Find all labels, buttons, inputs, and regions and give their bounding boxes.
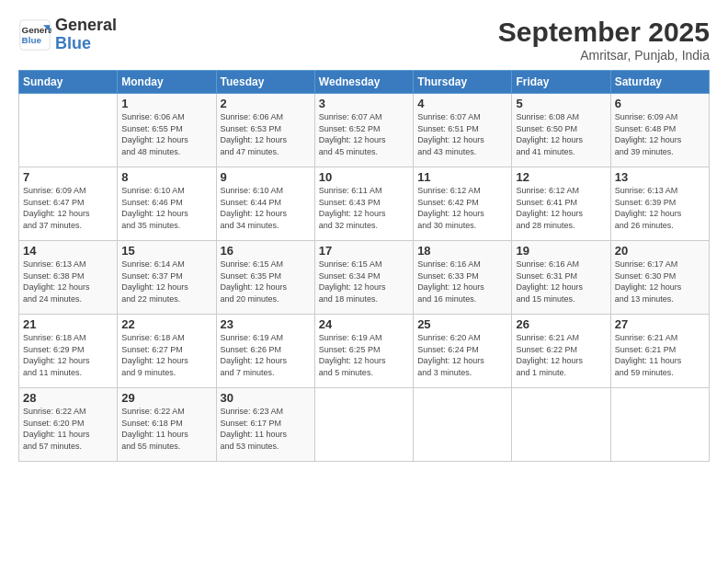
calendar-cell: 6Sunrise: 6:09 AM Sunset: 6:48 PM Daylig… xyxy=(610,94,709,167)
calendar-week-5: 28Sunrise: 6:22 AM Sunset: 6:20 PM Dayli… xyxy=(19,388,710,462)
calendar-cell xyxy=(512,388,610,462)
day-number: 17 xyxy=(319,244,409,258)
day-number: 23 xyxy=(221,317,311,331)
day-info: Sunrise: 6:16 AM Sunset: 6:33 PM Dayligh… xyxy=(417,259,507,304)
day-number: 30 xyxy=(221,391,311,405)
day-number: 21 xyxy=(23,317,113,331)
day-number: 26 xyxy=(516,317,606,331)
day-number: 16 xyxy=(221,244,311,258)
day-number: 9 xyxy=(221,170,311,184)
day-info: Sunrise: 6:22 AM Sunset: 6:18 PM Dayligh… xyxy=(121,406,211,452)
day-number: 25 xyxy=(417,317,507,331)
calendar-cell: 11Sunrise: 6:12 AM Sunset: 6:42 PM Dayli… xyxy=(414,167,512,241)
calendar-cell: 12Sunrise: 6:12 AM Sunset: 6:41 PM Dayli… xyxy=(512,167,610,241)
calendar-cell: 14Sunrise: 6:13 AM Sunset: 6:38 PM Dayli… xyxy=(19,241,118,315)
title-block: September 2025 Amritsar, Punjab, India xyxy=(498,17,710,63)
calendar-cell: 19Sunrise: 6:16 AM Sunset: 6:31 PM Dayli… xyxy=(512,241,610,315)
day-info: Sunrise: 6:11 AM Sunset: 6:43 PM Dayligh… xyxy=(319,185,409,231)
calendar-week-3: 14Sunrise: 6:13 AM Sunset: 6:38 PM Dayli… xyxy=(19,241,710,315)
weekday-header-thursday: Thursday xyxy=(414,71,512,94)
weekday-header-tuesday: Tuesday xyxy=(216,71,314,94)
day-info: Sunrise: 6:18 AM Sunset: 6:27 PM Dayligh… xyxy=(121,332,211,378)
day-number: 28 xyxy=(23,391,113,405)
logo: General Blue General Blue xyxy=(18,17,117,53)
day-info: Sunrise: 6:07 AM Sunset: 6:52 PM Dayligh… xyxy=(319,111,409,157)
day-info: Sunrise: 6:13 AM Sunset: 6:38 PM Dayligh… xyxy=(23,259,113,304)
day-number: 18 xyxy=(417,244,507,258)
logo-text: General Blue xyxy=(55,17,117,53)
weekday-header-friday: Friday xyxy=(512,71,610,94)
calendar-cell: 7Sunrise: 6:09 AM Sunset: 6:47 PM Daylig… xyxy=(19,167,118,241)
calendar-cell xyxy=(314,388,413,462)
calendar-cell: 4Sunrise: 6:07 AM Sunset: 6:51 PM Daylig… xyxy=(414,94,512,167)
day-info: Sunrise: 6:06 AM Sunset: 6:53 PM Dayligh… xyxy=(221,111,311,157)
calendar-cell: 29Sunrise: 6:22 AM Sunset: 6:18 PM Dayli… xyxy=(118,388,216,462)
day-number: 1 xyxy=(121,97,211,110)
calendar-cell: 22Sunrise: 6:18 AM Sunset: 6:27 PM Dayli… xyxy=(118,315,216,388)
calendar-cell: 21Sunrise: 6:18 AM Sunset: 6:29 PM Dayli… xyxy=(19,315,118,388)
day-info: Sunrise: 6:17 AM Sunset: 6:30 PM Dayligh… xyxy=(615,259,705,304)
day-number: 6 xyxy=(615,97,705,110)
calendar-cell xyxy=(610,388,709,462)
day-number: 4 xyxy=(417,97,507,110)
day-info: Sunrise: 6:22 AM Sunset: 6:20 PM Dayligh… xyxy=(23,406,113,452)
day-info: Sunrise: 6:10 AM Sunset: 6:46 PM Dayligh… xyxy=(121,185,211,231)
logo-icon: General Blue xyxy=(18,18,51,52)
calendar-cell: 1Sunrise: 6:06 AM Sunset: 6:55 PM Daylig… xyxy=(118,94,216,167)
day-number: 20 xyxy=(615,244,705,258)
day-info: Sunrise: 6:12 AM Sunset: 6:41 PM Dayligh… xyxy=(516,185,606,231)
calendar-cell: 25Sunrise: 6:20 AM Sunset: 6:24 PM Dayli… xyxy=(414,315,512,388)
day-number: 7 xyxy=(23,170,113,184)
calendar-cell: 15Sunrise: 6:14 AM Sunset: 6:37 PM Dayli… xyxy=(118,241,216,315)
calendar-cell: 20Sunrise: 6:17 AM Sunset: 6:30 PM Dayli… xyxy=(610,241,709,315)
svg-text:Blue: Blue xyxy=(22,35,42,45)
month-title: September 2025 xyxy=(498,17,710,48)
day-info: Sunrise: 6:15 AM Sunset: 6:34 PM Dayligh… xyxy=(319,259,409,304)
day-info: Sunrise: 6:10 AM Sunset: 6:44 PM Dayligh… xyxy=(221,185,311,231)
calendar-cell: 13Sunrise: 6:13 AM Sunset: 6:39 PM Dayli… xyxy=(610,167,709,241)
day-info: Sunrise: 6:21 AM Sunset: 6:21 PM Dayligh… xyxy=(615,332,705,378)
day-info: Sunrise: 6:06 AM Sunset: 6:55 PM Dayligh… xyxy=(121,111,211,157)
day-info: Sunrise: 6:21 AM Sunset: 6:22 PM Dayligh… xyxy=(516,332,606,378)
weekday-header-monday: Monday xyxy=(118,71,216,94)
calendar-table: SundayMondayTuesdayWednesdayThursdayFrid… xyxy=(18,70,710,462)
day-info: Sunrise: 6:23 AM Sunset: 6:17 PM Dayligh… xyxy=(221,406,311,452)
weekday-header-saturday: Saturday xyxy=(610,71,709,94)
calendar-cell: 17Sunrise: 6:15 AM Sunset: 6:34 PM Dayli… xyxy=(314,241,413,315)
day-info: Sunrise: 6:19 AM Sunset: 6:25 PM Dayligh… xyxy=(319,332,409,378)
day-info: Sunrise: 6:18 AM Sunset: 6:29 PM Dayligh… xyxy=(23,332,113,378)
calendar-cell: 8Sunrise: 6:10 AM Sunset: 6:46 PM Daylig… xyxy=(118,167,216,241)
day-number: 19 xyxy=(516,244,606,258)
page-header: General Blue General Blue September 2025… xyxy=(18,17,710,63)
day-info: Sunrise: 6:12 AM Sunset: 6:42 PM Dayligh… xyxy=(417,185,507,231)
day-info: Sunrise: 6:09 AM Sunset: 6:48 PM Dayligh… xyxy=(615,111,705,157)
calendar-cell: 10Sunrise: 6:11 AM Sunset: 6:43 PM Dayli… xyxy=(314,167,413,241)
calendar-cell: 23Sunrise: 6:19 AM Sunset: 6:26 PM Dayli… xyxy=(216,315,314,388)
day-info: Sunrise: 6:07 AM Sunset: 6:51 PM Dayligh… xyxy=(417,111,507,157)
day-number: 24 xyxy=(319,317,409,331)
calendar-cell: 9Sunrise: 6:10 AM Sunset: 6:44 PM Daylig… xyxy=(216,167,314,241)
day-number: 3 xyxy=(319,97,409,110)
location: Amritsar, Punjab, India xyxy=(498,48,710,63)
calendar-cell: 24Sunrise: 6:19 AM Sunset: 6:25 PM Dayli… xyxy=(314,315,413,388)
day-number: 29 xyxy=(121,391,211,405)
day-number: 13 xyxy=(615,170,705,184)
calendar-cell: 2Sunrise: 6:06 AM Sunset: 6:53 PM Daylig… xyxy=(216,94,314,167)
calendar-cell: 27Sunrise: 6:21 AM Sunset: 6:21 PM Dayli… xyxy=(610,315,709,388)
calendar-cell: 26Sunrise: 6:21 AM Sunset: 6:22 PM Dayli… xyxy=(512,315,610,388)
calendar-cell: 3Sunrise: 6:07 AM Sunset: 6:52 PM Daylig… xyxy=(314,94,413,167)
calendar-cell: 28Sunrise: 6:22 AM Sunset: 6:20 PM Dayli… xyxy=(19,388,118,462)
day-number: 10 xyxy=(319,170,409,184)
day-number: 27 xyxy=(615,317,705,331)
calendar-cell xyxy=(19,94,118,167)
weekday-header-sunday: Sunday xyxy=(19,71,118,94)
calendar-week-4: 21Sunrise: 6:18 AM Sunset: 6:29 PM Dayli… xyxy=(19,315,710,388)
day-number: 11 xyxy=(417,170,507,184)
day-info: Sunrise: 6:19 AM Sunset: 6:26 PM Dayligh… xyxy=(221,332,311,378)
calendar-cell: 30Sunrise: 6:23 AM Sunset: 6:17 PM Dayli… xyxy=(216,388,314,462)
calendar-week-1: 1Sunrise: 6:06 AM Sunset: 6:55 PM Daylig… xyxy=(19,94,710,167)
day-info: Sunrise: 6:15 AM Sunset: 6:35 PM Dayligh… xyxy=(221,259,311,304)
weekday-header-row: SundayMondayTuesdayWednesdayThursdayFrid… xyxy=(19,71,710,94)
day-number: 15 xyxy=(121,244,211,258)
calendar-week-2: 7Sunrise: 6:09 AM Sunset: 6:47 PM Daylig… xyxy=(19,167,710,241)
